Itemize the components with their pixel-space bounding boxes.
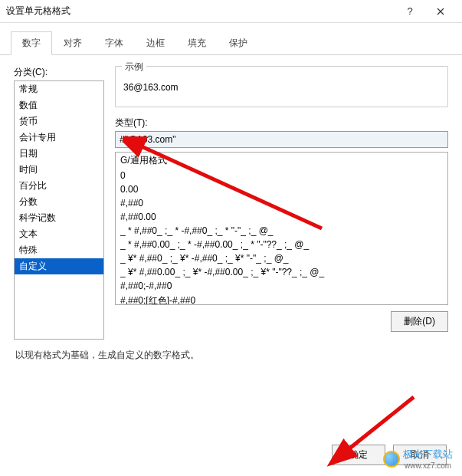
category-item-percentage[interactable]: 百分比 <box>15 178 103 194</box>
category-item-scientific[interactable]: 科学记数 <box>15 210 103 226</box>
category-item-currency[interactable]: 货币 <box>15 113 103 130</box>
cancel-button[interactable]: 取消 <box>393 445 447 465</box>
description-text: 以现有格式为基础，生成自定义的数字格式。 <box>0 346 462 368</box>
sample-group: 示例 36@163.com <box>115 66 448 107</box>
format-item[interactable]: _ * #,##0_ ;_ * -#,##0_ ;_ * "-"_ ;_ @_ <box>116 224 447 238</box>
title-bar: 设置单元格格式 ? <box>0 0 462 23</box>
format-item[interactable]: _ * #,##0.00_ ;_ * -#,##0.00_ ;_ * "-"??… <box>116 238 447 251</box>
close-button[interactable] <box>425 0 456 23</box>
sample-value: 36@163.com <box>123 82 440 93</box>
category-item-date[interactable]: 日期 <box>15 146 103 162</box>
tab-protection[interactable]: 保护 <box>218 31 259 55</box>
category-item-number[interactable]: 数值 <box>15 97 103 113</box>
category-listbox[interactable]: 常规 数值 货币 会计专用 日期 时间 百分比 分数 科学记数 文本 特殊 自定… <box>14 80 104 340</box>
close-icon <box>437 8 444 15</box>
right-column: 示例 36@163.com 类型(T): G/通用格式 0 0.00 #,##0… <box>115 66 448 340</box>
category-item-special[interactable]: 特殊 <box>15 242 103 258</box>
delete-row: 删除(D) <box>115 311 448 332</box>
delete-button[interactable]: 删除(D) <box>391 311 448 332</box>
dialog-footer: 确定 取消 <box>332 445 447 465</box>
help-button[interactable]: ? <box>395 0 425 23</box>
format-item[interactable]: #,##0.00 <box>116 210 447 224</box>
tab-alignment[interactable]: 对齐 <box>52 31 93 55</box>
tab-bar: 数字 对齐 字体 边框 填充 保护 <box>0 23 462 55</box>
category-label: 分类(C): <box>14 66 104 79</box>
format-item[interactable]: 0 <box>116 169 447 182</box>
format-item[interactable]: _ ¥* #,##0.00_ ;_ ¥* -#,##0.00_ ;_ ¥* "-… <box>116 265 447 279</box>
tab-number[interactable]: 数字 <box>11 31 52 55</box>
type-input[interactable] <box>115 131 448 148</box>
format-item[interactable]: G/通用格式 <box>116 153 447 169</box>
ok-button[interactable]: 确定 <box>332 445 385 465</box>
category-item-time[interactable]: 时间 <box>15 162 103 178</box>
category-item-general[interactable]: 常规 <box>15 81 103 97</box>
sample-label: 示例 <box>122 61 146 74</box>
category-item-text[interactable]: 文本 <box>15 226 103 242</box>
category-item-fraction[interactable]: 分数 <box>15 194 103 210</box>
tab-border[interactable]: 边框 <box>135 31 176 55</box>
format-item[interactable]: #,##0;-#,##0 <box>116 279 447 293</box>
window-title: 设置单元格格式 <box>6 5 395 18</box>
tab-fill[interactable]: 填充 <box>176 31 218 55</box>
format-item[interactable]: _ ¥* #,##0_ ;_ ¥* -#,##0_ ;_ ¥* "-"_ ;_ … <box>116 251 447 265</box>
dialog-body: 分类(C): 常规 数值 货币 会计专用 日期 时间 百分比 分数 科学记数 文… <box>0 55 462 346</box>
category-column: 分类(C): 常规 数值 货币 会计专用 日期 时间 百分比 分数 科学记数 文… <box>14 66 104 340</box>
category-item-custom[interactable]: 自定义 <box>15 258 103 274</box>
tab-font[interactable]: 字体 <box>93 31 135 55</box>
category-item-accounting[interactable]: 会计专用 <box>15 130 103 146</box>
format-item[interactable]: 0.00 <box>116 182 447 196</box>
format-listbox[interactable]: G/通用格式 0 0.00 #,##0 #,##0.00 _ * #,##0_ … <box>115 152 448 305</box>
type-label: 类型(T): <box>115 117 448 130</box>
format-item[interactable]: #,##0 <box>116 196 447 210</box>
format-item[interactable]: #,##0;[红色]-#,##0 <box>116 293 447 305</box>
